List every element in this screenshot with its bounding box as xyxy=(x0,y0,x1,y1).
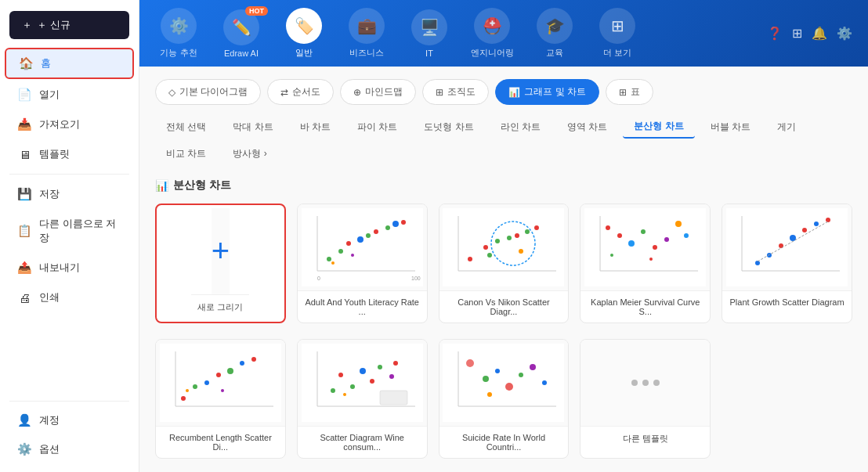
svg-point-40 xyxy=(649,258,653,261)
table-icon: ⊞ xyxy=(619,87,627,98)
svg-point-83 xyxy=(495,369,500,373)
nav-item-edrawai[interactable]: HOT ✏️ Edraw AI xyxy=(218,9,265,58)
template-card-kaplan[interactable]: Kaplan Meier Survival Curve S... xyxy=(580,204,711,323)
grid-icon[interactable]: ⊞ xyxy=(792,26,802,41)
svg-point-32 xyxy=(606,225,610,230)
tab-table[interactable]: ⊞ 표 xyxy=(606,79,653,105)
nav-item-more[interactable]: ⊞ 더 보기 xyxy=(594,8,641,59)
nav-item-education[interactable]: 🎓 교육 xyxy=(531,8,578,59)
file-icon: 📄 xyxy=(17,88,31,102)
svg-point-6 xyxy=(357,236,363,243)
section-icon: 📊 xyxy=(155,179,168,192)
sidebar-item-account[interactable]: 👤 계정 xyxy=(5,406,134,434)
template-grid-2: Recumbent Length Scatter Di... xyxy=(155,339,852,459)
sidebar-item-save[interactable]: 💾 저장 xyxy=(5,180,134,208)
template-card-more[interactable]: 다른 템플릿 xyxy=(580,339,711,459)
filter-gauge[interactable]: 게기 xyxy=(766,117,807,138)
filter-more[interactable]: 방사형 › xyxy=(222,143,277,164)
sidebar-item-open[interactable]: 📄 열기 xyxy=(5,81,134,109)
dot1 xyxy=(631,380,638,386)
sidebar-item-save-as[interactable]: 📋 다른 이름으로 저장 xyxy=(5,210,134,252)
template-card-wine[interactable]: Scatter Diagram Wine consum... xyxy=(297,339,428,459)
tab-mindmap[interactable]: ⊕ 마인드맵 xyxy=(340,79,416,105)
help-icon[interactable]: ❓ xyxy=(767,26,783,41)
svg-point-11 xyxy=(331,261,335,265)
sidebar-item-home[interactable]: 🏠 홈 xyxy=(5,48,134,79)
filter-scatter[interactable]: 분산형 차트 xyxy=(623,116,694,139)
tab-chart[interactable]: 📊 그래프 및 차트 xyxy=(495,79,599,105)
sidebar-item-print[interactable]: 🖨 인쇄 xyxy=(5,283,134,312)
svg-point-63 xyxy=(186,389,189,392)
top-navigation: ⚙️ 기능 추천 HOT ✏️ Edraw AI 🏷️ 일반 💼 비즈니스 🖥️… xyxy=(139,0,868,67)
filter-area[interactable]: 영역 차트 xyxy=(556,117,618,138)
sidebar-item-export[interactable]: 📤 내보내기 xyxy=(5,254,134,282)
new-button[interactable]: ＋ ＋ 신규 xyxy=(9,11,129,39)
suicide-label: Suicide Rate In World Countri... xyxy=(439,426,569,458)
sidebar-item-settings[interactable]: ⚙️ 옵션 xyxy=(5,435,134,463)
template-card-new[interactable]: + 새로 그리기 xyxy=(155,204,286,323)
svg-rect-0 xyxy=(302,208,423,286)
basic-icon: ◇ xyxy=(168,87,175,98)
tab-flowchart[interactable]: ⇄ 순서도 xyxy=(267,79,334,105)
svg-point-23 xyxy=(507,236,512,240)
svg-point-13 xyxy=(401,220,406,225)
nav-item-it[interactable]: 🖥️ IT xyxy=(406,9,453,58)
filter-bar-chart[interactable]: 막대 차트 xyxy=(222,117,284,138)
svg-point-20 xyxy=(468,257,472,261)
sidebar-item-template[interactable]: 🖥 템플릿 xyxy=(5,140,134,168)
dot2 xyxy=(642,380,649,386)
svg-point-35 xyxy=(641,229,646,234)
svg-rect-77 xyxy=(380,391,407,405)
template-card-canon-nikon[interactable]: Canon Vs Nikon Scatter Diagr... xyxy=(439,204,570,323)
suicide-thumb xyxy=(439,340,569,426)
filter-bar[interactable]: 바 차트 xyxy=(289,117,342,138)
more-dots xyxy=(631,340,660,426)
filter-all[interactable]: 전체 선택 xyxy=(155,117,217,138)
tab-basic[interactable]: ◇ 기본 다이어그램 xyxy=(155,79,261,105)
svg-point-36 xyxy=(653,245,657,250)
nav-item-general[interactable]: 🏷️ 일반 xyxy=(280,8,327,59)
template-card-plant-growth[interactable]: Plant Growth Scatter Diagram xyxy=(722,204,852,323)
sidebar-item-import[interactable]: 📥 가져오기 xyxy=(5,110,134,139)
filter-line[interactable]: 라인 차트 xyxy=(490,117,552,138)
nav-item-feature[interactable]: ⚙️ 기능 추천 xyxy=(155,8,202,59)
filter-comparison[interactable]: 비교 차트 xyxy=(155,143,217,164)
hot-badge: HOT xyxy=(245,6,268,16)
svg-point-56 xyxy=(181,396,186,401)
svg-text:0: 0 xyxy=(317,276,320,281)
filter-bubble[interactable]: 버블 차트 xyxy=(700,117,761,138)
svg-point-3 xyxy=(327,257,331,261)
filter-donut[interactable]: 도넛형 차트 xyxy=(413,117,484,138)
plant-growth-thumb xyxy=(722,204,852,290)
plus-icon: ＋ xyxy=(22,18,32,32)
plant-growth-label: Plant Growth Scatter Diagram xyxy=(722,290,852,313)
kaplan-label: Kaplan Meier Survival Curve S... xyxy=(580,290,710,322)
nav-item-engineering[interactable]: ⛑️ 엔지니어링 xyxy=(468,8,515,59)
sidebar: ＋ ＋ 신규 🏠 홈 📄 열기 📥 가져오기 🖥 템플릿 💾 저장 📋 다른 이… xyxy=(0,0,139,472)
svg-rect-16 xyxy=(443,208,564,286)
template-card-adult-literacy[interactable]: 0 100 Adult And Youth Literacy Rate ... xyxy=(297,204,428,323)
svg-point-24 xyxy=(515,233,519,238)
tab-org[interactable]: ⊞ 조직도 xyxy=(422,79,489,105)
svg-point-7 xyxy=(366,233,371,238)
svg-rect-53 xyxy=(160,344,281,422)
gear-icon[interactable]: ⚙️ xyxy=(837,26,852,41)
nav-item-business[interactable]: 💼 비즈니스 xyxy=(343,8,390,59)
template-card-recumbent[interactable]: Recumbent Length Scatter Di... xyxy=(155,339,286,459)
engineering-icon: ⛑️ xyxy=(474,8,510,44)
svg-point-5 xyxy=(346,241,351,246)
content-area: ◇ 기본 다이어그램 ⇄ 순서도 ⊕ 마인드맵 ⊞ 조직도 📊 그래프 및 차트… xyxy=(139,67,868,472)
template-card-suicide[interactable]: Suicide Rate In World Countri... xyxy=(439,339,570,459)
wine-label: Scatter Diagram Wine consum... xyxy=(298,426,427,458)
it-icon: 🖥️ xyxy=(411,9,447,45)
save-icon: 💾 xyxy=(17,187,31,201)
svg-point-73 xyxy=(378,365,382,369)
bell-icon[interactable]: 🔔 xyxy=(812,26,827,41)
plus-icon: + xyxy=(212,233,230,268)
filter-pie[interactable]: 파이 차트 xyxy=(346,117,408,138)
svg-point-12 xyxy=(351,254,354,257)
dot3 xyxy=(653,380,660,386)
svg-point-75 xyxy=(343,393,346,396)
svg-point-37 xyxy=(664,237,669,242)
svg-point-71 xyxy=(360,368,366,374)
